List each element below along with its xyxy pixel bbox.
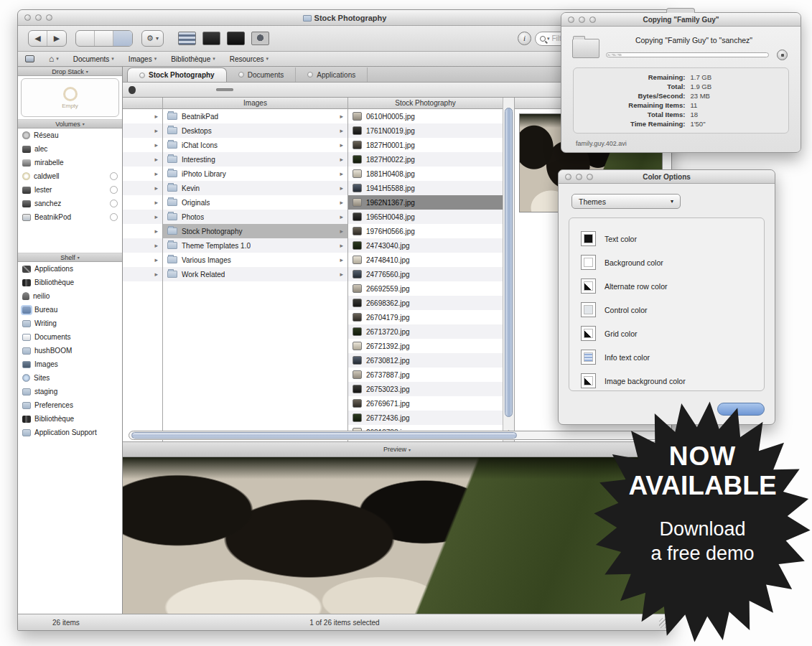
- file-row[interactable]: 1827H0001.jpg: [348, 138, 503, 152]
- parent-row[interactable]: ▸: [123, 267, 162, 281]
- info-pane-icon[interactable]: [227, 32, 245, 45]
- apple-icon[interactable]: [129, 86, 136, 94]
- file-row[interactable]: 1965H0048.jpg: [348, 210, 503, 224]
- file-row[interactable]: 1962N1367.jpg: [348, 195, 503, 210]
- shelf-item[interactable]: Documents: [18, 330, 122, 344]
- folder-row[interactable]: Kevin ▸: [163, 181, 347, 195]
- breadcrumb[interactable]: [179, 88, 196, 91]
- volumes-header[interactable]: Volumes▾: [18, 119, 122, 128]
- title-bar[interactable]: Copying "Family Guy": [561, 13, 801, 27]
- volume-item[interactable]: Réseau: [18, 128, 122, 142]
- bookmark-item[interactable]: Documents▾: [73, 55, 114, 63]
- file-row[interactable]: 24748410.jpg: [348, 253, 503, 267]
- file-row[interactable]: 24776560.jpg: [348, 267, 503, 281]
- shelf-item[interactable]: hushBOOM: [18, 344, 122, 357]
- file-row[interactable]: 26698362.jpg: [348, 296, 503, 310]
- vertical-scrollbar[interactable]: ▲▼: [503, 98, 515, 441]
- file-row[interactable]: 26769671.jpg: [348, 396, 503, 411]
- folder-row[interactable]: iPhoto Library ▸: [163, 167, 347, 181]
- horizontal-scrollbar[interactable]: [129, 431, 666, 440]
- file-row[interactable]: 1976H0566.jpg: [348, 224, 503, 238]
- browser-tab[interactable]: Applications: [296, 67, 368, 82]
- shelf-item[interactable]: Applications: [18, 262, 122, 276]
- color-well[interactable]: [581, 231, 596, 246]
- parent-row[interactable]: ▸: [123, 238, 162, 253]
- parent-row[interactable]: ▸: [123, 181, 162, 195]
- file-row[interactable]: 1881H0408.jpg: [348, 167, 503, 181]
- color-well[interactable]: [581, 255, 596, 270]
- shelf-item[interactable]: Bureau: [18, 303, 122, 317]
- folder-row[interactable]: iChat Icons ▸: [163, 138, 347, 152]
- file-row[interactable]: 26704179.jpg: [348, 310, 503, 324]
- breadcrumb[interactable]: [216, 88, 233, 91]
- file-row[interactable]: 26713720.jpg: [348, 324, 503, 339]
- shelf-item[interactable]: Sites: [18, 371, 122, 385]
- shelf-item[interactable]: Writing: [18, 317, 122, 330]
- forward-button[interactable]: ▶: [47, 31, 66, 46]
- folder-row[interactable]: Various Images ▸: [163, 253, 347, 267]
- chevron-down-icon[interactable]: ▾: [547, 36, 550, 42]
- column-header-images[interactable]: Images: [163, 98, 347, 109]
- bookmark-item[interactable]: Bibliothèque▾: [171, 55, 215, 63]
- folder-row[interactable]: Work Related ▸: [163, 267, 347, 281]
- shelf-item[interactable]: neilio: [18, 289, 122, 303]
- shelf-item[interactable]: Preferences: [18, 398, 122, 412]
- parent-row[interactable]: ▸: [123, 109, 162, 123]
- panels-icon[interactable]: [178, 32, 196, 45]
- themes-dropdown[interactable]: Themes ▾: [571, 194, 681, 209]
- parent-row[interactable]: ▸: [123, 123, 162, 138]
- shelf-header[interactable]: Shelf▾: [18, 253, 122, 262]
- parent-row[interactable]: ▸: [123, 138, 162, 152]
- volume-item[interactable]: sanchez: [18, 197, 122, 210]
- shelf-item[interactable]: Bibliothèque: [18, 276, 122, 289]
- file-row[interactable]: 1827H0022.jpg: [348, 152, 503, 167]
- folder-row[interactable]: Photos ▸: [163, 210, 347, 224]
- gear-button[interactable]: ⚙▾: [142, 31, 163, 46]
- back-button[interactable]: ◀: [29, 31, 47, 46]
- scrollbar-thumb[interactable]: [131, 432, 517, 439]
- folder-row[interactable]: Stock Photography ▸: [163, 224, 347, 238]
- preview-divider[interactable]: Preview▾: [123, 441, 671, 457]
- file-row[interactable]: 1761N0019.jpg: [348, 123, 503, 138]
- eject-button[interactable]: [110, 172, 118, 180]
- color-well[interactable]: [581, 350, 596, 365]
- scrollbar-thumb[interactable]: [505, 108, 513, 417]
- bookmark-item[interactable]: Images▾: [129, 55, 157, 63]
- file-row[interactable]: 26692559.jpg: [348, 281, 503, 296]
- title-bar[interactable]: Color Options: [559, 170, 775, 184]
- stop-button[interactable]: [777, 50, 788, 60]
- eject-button[interactable]: [110, 200, 118, 207]
- preview-pane-icon[interactable]: [202, 32, 220, 45]
- folder-row[interactable]: Interesting ▸: [163, 152, 347, 167]
- breadcrumb[interactable]: [160, 88, 177, 91]
- volume-item[interactable]: BeatnikPod: [18, 210, 122, 224]
- file-row[interactable]: 1941H5588.jpg: [348, 181, 503, 195]
- shelf-item[interactable]: staging: [18, 385, 122, 398]
- app-launcher-icon[interactable]: [251, 32, 269, 45]
- breadcrumb[interactable]: [197, 88, 215, 91]
- shelf-item[interactable]: Bibliothèque: [18, 412, 122, 426]
- file-row[interactable]: 26772436.jpg: [348, 411, 503, 425]
- view-mode-button[interactable]: [76, 31, 95, 46]
- color-well[interactable]: [581, 278, 596, 294]
- file-row[interactable]: 0610H0005.jpg: [348, 109, 503, 123]
- folder-row[interactable]: BeatnikPad ▸: [163, 109, 347, 123]
- parent-row[interactable]: ▸: [123, 195, 162, 210]
- color-well[interactable]: [581, 326, 596, 341]
- eject-button[interactable]: [110, 213, 118, 221]
- parent-row[interactable]: ▸: [123, 167, 162, 181]
- column-header-files[interactable]: Stock Photography: [348, 98, 503, 109]
- folder-row[interactable]: Theme Templates 1.0 ▸: [163, 238, 347, 253]
- parent-row[interactable]: ▸: [123, 224, 162, 238]
- home-menu[interactable]: ⌂▾: [49, 55, 59, 62]
- color-well[interactable]: [581, 373, 596, 388]
- bookmark-item[interactable]: Resources▾: [230, 55, 269, 63]
- breadcrumb[interactable]: [141, 88, 159, 91]
- volume-item[interactable]: lester: [18, 183, 122, 197]
- view-mode-button[interactable]: [113, 31, 132, 46]
- browser-tab[interactable]: Stock Photography: [127, 67, 227, 82]
- view-mode-button[interactable]: [95, 31, 113, 46]
- computer-icon[interactable]: [25, 55, 34, 62]
- folder-row[interactable]: Desktops ▸: [163, 123, 347, 138]
- volume-item[interactable]: caldwell: [18, 169, 122, 183]
